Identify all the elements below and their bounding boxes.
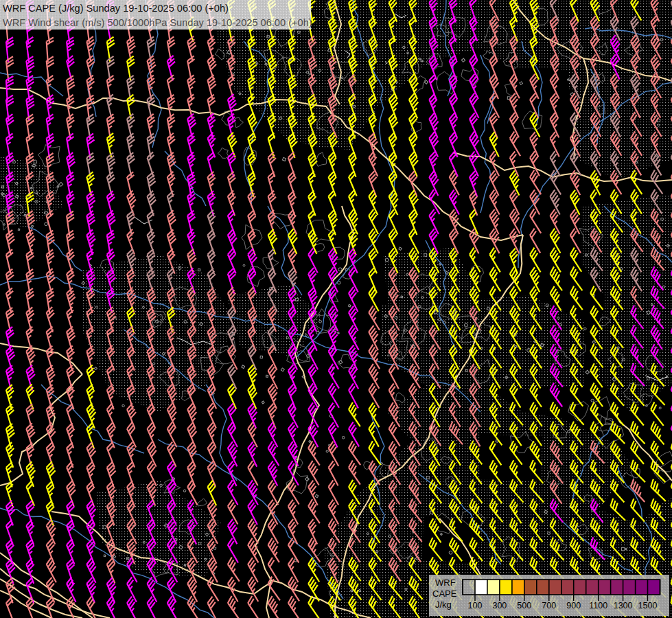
svg-text:WRF: WRF: [435, 577, 456, 588]
svg-text:WRF Wind shear (m/s) 500/1000h: WRF Wind shear (m/s) 500/1000hPa Sunday …: [3, 17, 312, 28]
svg-text:J/kg: J/kg: [435, 599, 452, 610]
svg-text:500: 500: [517, 601, 531, 610]
svg-text:100: 100: [468, 601, 483, 610]
svg-text:900: 900: [566, 601, 581, 610]
svg-text:300: 300: [492, 601, 507, 610]
svg-text:1500: 1500: [638, 601, 658, 610]
svg-text:700: 700: [542, 601, 556, 610]
svg-text:1100: 1100: [589, 601, 607, 610]
svg-text:1300: 1300: [614, 601, 633, 610]
svg-text:WRF CAPE (J/kg) Sunday 19-10-2: WRF CAPE (J/kg) Sunday 19-10-2025 06:00 …: [3, 3, 229, 14]
svg-text:CAPE: CAPE: [432, 588, 457, 599]
